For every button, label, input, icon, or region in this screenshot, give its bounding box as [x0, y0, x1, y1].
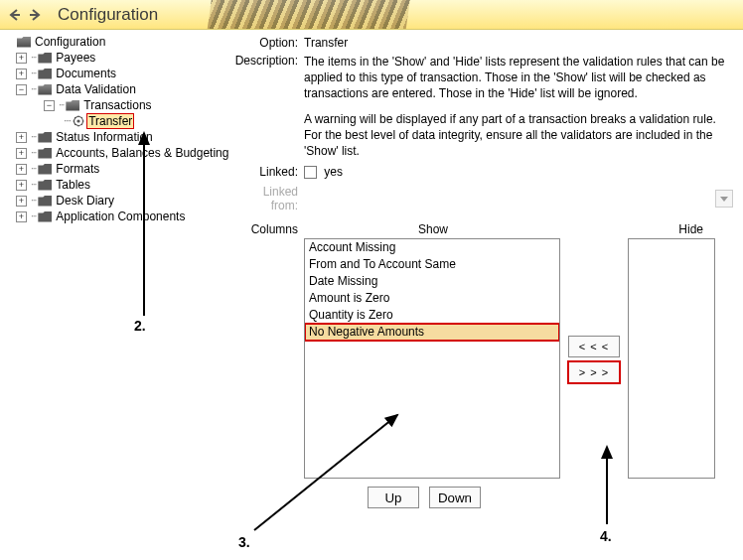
folder-open-icon — [17, 37, 31, 48]
expand-icon[interactable]: + — [16, 148, 27, 159]
tree-item-statusinfo[interactable]: + ··· Status Information — [2, 129, 226, 145]
description-text: The items in the 'Show' and 'Hide' lists… — [304, 54, 733, 159]
annotation-4: 4. — [600, 528, 612, 544]
folder-open-icon — [38, 84, 52, 95]
description-label: Description: — [232, 54, 304, 159]
up-button[interactable]: Up — [368, 487, 419, 508]
tree-item-tables[interactable]: + ··· Tables — [2, 177, 226, 193]
tree-root[interactable]: Configuration — [2, 34, 226, 50]
tree-item-formats[interactable]: + ··· Formats — [2, 161, 226, 177]
linked-value: yes — [304, 165, 733, 179]
svg-line-9 — [74, 124, 75, 125]
linked-checkbox[interactable] — [304, 166, 317, 179]
list-item-selected[interactable]: No Negative Amounts — [305, 324, 559, 341]
gear-icon — [73, 115, 84, 127]
tree-item-transfer[interactable]: ···· Transfer — [2, 113, 226, 129]
tree-item-transactions[interactable]: − ··· Transactions — [2, 97, 226, 113]
folder-icon — [38, 211, 52, 222]
nav-forward-icon[interactable] — [26, 6, 44, 24]
header-art — [205, 0, 411, 30]
hide-column-header: Hide — [678, 222, 703, 236]
folder-icon — [38, 164, 52, 175]
expand-icon[interactable]: + — [16, 69, 27, 79]
tree-item-documents[interactable]: + ··· Documents — [2, 66, 226, 81]
expand-icon[interactable]: + — [16, 53, 27, 64]
expand-icon[interactable]: + — [16, 196, 27, 207]
move-in-button[interactable]: < < < — [568, 336, 620, 357]
folder-icon — [38, 196, 52, 207]
collapse-icon[interactable]: − — [16, 84, 27, 95]
move-buttons: < < < > > > — [568, 336, 620, 383]
list-item[interactable]: From and To Account Same — [305, 256, 559, 273]
expand-icon[interactable]: + — [16, 211, 27, 222]
linkedfrom-label: Linked from: — [232, 185, 304, 212]
header-bar: Configuration — [0, 0, 743, 30]
list-item[interactable]: Account Missing — [305, 239, 559, 256]
annotation-2: 2. — [134, 318, 146, 334]
svg-point-1 — [77, 119, 80, 122]
svg-line-7 — [81, 124, 82, 125]
folder-icon — [38, 53, 52, 64]
svg-line-6 — [74, 117, 75, 118]
nav-tree: Configuration + ··· Payees + ··· Documen… — [0, 30, 228, 560]
tree-item-deskdiary[interactable]: + ··· Desk Diary — [2, 193, 226, 209]
detail-pane: Option: Transfer Description: The items … — [228, 30, 743, 560]
svg-line-8 — [81, 117, 82, 118]
tree-item-label: Transfer — [86, 113, 134, 129]
show-column-header: Show — [304, 222, 562, 236]
option-value: Transfer — [304, 36, 733, 50]
folder-icon — [38, 180, 52, 191]
tree-item-appcomponents[interactable]: + ··· Application Components — [2, 209, 226, 224]
tree-item-datavalidation[interactable]: − ··· Data Validation — [2, 81, 226, 97]
collapse-icon[interactable]: − — [44, 100, 55, 111]
tree-item-accounts[interactable]: + ··· Accounts, Balances & Budgeting — [2, 145, 226, 161]
expand-icon[interactable]: + — [16, 132, 27, 143]
folder-icon — [38, 132, 52, 143]
list-item[interactable]: Date Missing — [305, 273, 559, 290]
folder-icon — [38, 148, 52, 159]
columns-label: Columns — [232, 222, 304, 236]
option-label: Option: — [232, 36, 304, 50]
page-title: Configuration — [58, 5, 158, 25]
linkedfrom-dropdown[interactable] — [715, 190, 733, 208]
show-listbox[interactable]: Account Missing From and To Account Same… — [304, 238, 560, 479]
folder-open-icon — [66, 100, 79, 111]
description-p2: A warning will be displayed if any part … — [304, 111, 725, 159]
list-item[interactable]: Quantity is Zero — [305, 307, 559, 324]
move-out-button[interactable]: > > > — [568, 361, 620, 383]
annotation-3: 3. — [238, 534, 250, 550]
nav-back-icon[interactable] — [6, 6, 24, 24]
folder-icon — [38, 69, 52, 79]
linked-label: Linked: — [232, 165, 304, 179]
list-item[interactable]: Amount is Zero — [305, 290, 559, 307]
down-button[interactable]: Down — [429, 487, 481, 508]
expand-icon[interactable]: + — [16, 164, 27, 175]
linked-yes-text: yes — [324, 165, 343, 179]
tree-item-payees[interactable]: + ··· Payees — [2, 50, 226, 66]
hide-listbox[interactable] — [628, 238, 715, 479]
expand-icon[interactable]: + — [16, 180, 27, 191]
description-p1: The items in the 'Show' and 'Hide' lists… — [304, 54, 725, 101]
